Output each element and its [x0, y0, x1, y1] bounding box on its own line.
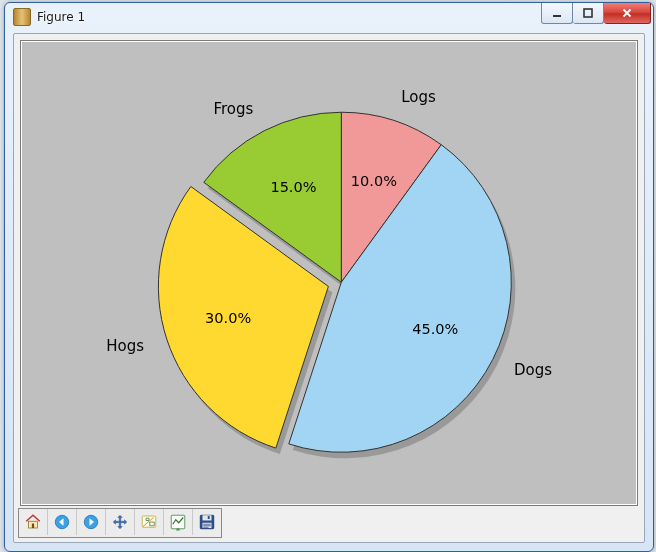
- save-button[interactable]: [193, 509, 221, 535]
- forward-icon: [82, 513, 100, 531]
- save-icon: [198, 513, 216, 531]
- maximize-icon: [583, 8, 593, 18]
- pie-percent-label: 30.0%: [205, 310, 251, 326]
- pie-percent-label: 10.0%: [351, 173, 397, 189]
- navigation-toolbar: [18, 508, 222, 538]
- pie-category-label: Hogs: [106, 337, 144, 355]
- svg-rect-10: [208, 516, 210, 519]
- pie-category-label: Logs: [401, 88, 436, 106]
- zoom-button[interactable]: [135, 509, 164, 535]
- pie-percent-label: 45.0%: [412, 321, 458, 337]
- zoom-icon: [140, 513, 158, 531]
- back-icon: [53, 513, 71, 531]
- pie-category-label: Frogs: [213, 100, 253, 118]
- minimize-icon: [552, 8, 562, 18]
- maximize-button[interactable]: [573, 3, 604, 24]
- home-button[interactable]: [19, 509, 48, 535]
- app-icon: [13, 8, 31, 26]
- configure-icon: [169, 513, 187, 531]
- svg-rect-3: [32, 524, 34, 529]
- figure-window: Figure 1 10.0%Logs45.0%Dogs30.0%Hogs15.0…: [4, 2, 654, 552]
- plot-canvas[interactable]: 10.0%Logs45.0%Dogs30.0%Hogs15.0%Frogs: [20, 40, 638, 506]
- pie-category-label: Dogs: [514, 361, 552, 379]
- window-title: Figure 1: [37, 10, 85, 24]
- close-button[interactable]: [604, 3, 651, 24]
- pie-percent-label: 15.0%: [270, 179, 316, 195]
- svg-rect-9: [203, 515, 212, 520]
- pan-button[interactable]: [106, 509, 135, 535]
- close-icon: [622, 8, 632, 18]
- minimize-button[interactable]: [541, 3, 573, 24]
- titlebar: Figure 1: [5, 3, 653, 31]
- pie-chart: 10.0%Logs45.0%Dogs30.0%Hogs15.0%Frogs: [21, 41, 637, 505]
- configure-button[interactable]: [164, 509, 193, 535]
- svg-rect-0: [553, 15, 561, 17]
- svg-rect-1: [584, 9, 592, 17]
- forward-button[interactable]: [77, 509, 106, 535]
- pan-icon: [111, 513, 129, 531]
- figure-client: 10.0%Logs45.0%Dogs30.0%Hogs15.0%Frogs: [13, 33, 645, 543]
- back-button[interactable]: [48, 509, 77, 535]
- home-icon: [24, 513, 42, 531]
- window-buttons: [541, 3, 651, 24]
